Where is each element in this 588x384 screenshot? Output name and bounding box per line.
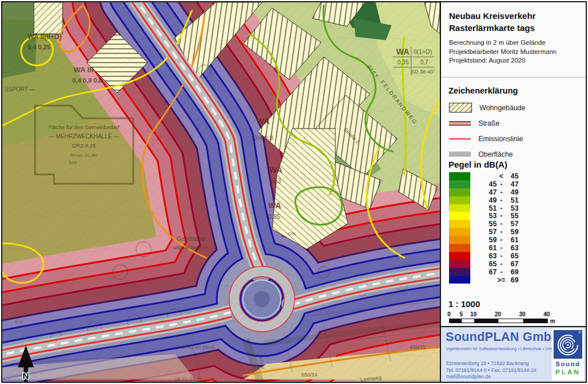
db-scale-row: 45-47 (449, 180, 519, 188)
scale-tick-labels: 0510203040 (449, 311, 547, 317)
soundplan-logo: ® Sound PLAN (552, 328, 584, 381)
db-scale-row: 63-65 (449, 252, 519, 260)
scale-tick: 20 (494, 311, 501, 317)
legend-items: WohngebäudeStraßeEmissionslinieOberfläch… (449, 100, 575, 162)
legend-panel: Neubau Kreisverkehr Rasterlärmkarte tags… (441, 2, 586, 382)
db-scale-row: >=69 (449, 276, 519, 284)
db-scale-row: 49-51 (449, 196, 519, 204)
db-color-swatch (449, 268, 470, 276)
legend-item-label: Wohngebäude (479, 104, 525, 112)
map-title-line2: Rasterlärmkarte tags (449, 22, 580, 34)
scale-tick: 0 (447, 311, 451, 317)
db-scale-row: 55-57 (449, 220, 519, 228)
db-color-swatch (449, 236, 470, 244)
db-scale-row: 67-69 (449, 268, 519, 276)
db-color-swatch (449, 244, 470, 252)
db-color-swatch (449, 180, 470, 188)
legend-item-label: Oberfläche (478, 150, 513, 158)
registered-mark: ® (579, 331, 581, 334)
db-color-swatch (449, 188, 470, 196)
db-scale-row: <45 (449, 172, 519, 180)
logo-text-sound: Sound (552, 360, 584, 367)
scale-unit: m (550, 318, 555, 324)
scale-bar: 0510203040 m (449, 311, 547, 324)
subtitle-editor: Projektbearbeiter Moritz Mustermann (449, 48, 580, 57)
scale-tick: 40 (543, 311, 550, 317)
subtitle-project-date: Projektstand: August 2020 (449, 56, 580, 65)
legend-item-label: Emissionslinie (478, 135, 523, 143)
scale-tick: 30 (519, 311, 525, 317)
legend-item-road: Straße (449, 115, 575, 131)
db-color-swatch (449, 204, 470, 212)
db-color-swatch (449, 196, 470, 204)
db-scale-row: 47-49 (449, 188, 519, 196)
company-footer: SoundPLAN GmbH Ingenieurbüro für Softwar… (441, 326, 586, 382)
legend-item-building: Wohngebäude (449, 100, 575, 115)
subtitle-calculation: Berechnung in 2 m über Gelände (449, 38, 580, 48)
map-scale-ratio: 1 : 1000 (448, 299, 480, 309)
legend-swatch-building-icon (449, 103, 472, 113)
db-scale-row: 61-63 (449, 244, 519, 252)
title-block: Neubau Kreisverkehr Rasterlärmkarte tags… (441, 2, 586, 77)
company-email: mail@soundplan.de (446, 374, 536, 381)
db-scale-row: 65-67 (449, 260, 519, 268)
db-color-swatch (449, 276, 470, 284)
db-color-swatch (449, 220, 470, 228)
company-name: SoundPLAN GmbH (446, 330, 560, 344)
north-label: N (23, 371, 29, 381)
noise-map-canvas: WA II(II+D)0,4 0,25WA III0,4 0,9 0,8SSPO… (2, 2, 440, 382)
legend-swatch-emission-icon (449, 138, 471, 139)
scale-bar-segments (449, 319, 548, 323)
legend-item-label: Straße (478, 119, 500, 127)
company-phone: Tel. 07191/9144-0 • Fax. 07191/9144-24 (446, 367, 536, 374)
db-scale-row: 57-59 (449, 228, 519, 236)
db-color-swatch (449, 252, 470, 260)
scale-tick: 5 (459, 311, 463, 317)
db-color-swatch (449, 212, 470, 220)
map-title-line1: Neubau Kreisverkehr (449, 10, 580, 22)
db-color-scale: <4545-4747-4949-5151-5353-5555-5757-5959… (449, 172, 519, 284)
scan-texture (2, 2, 440, 382)
scale-tick: 10 (470, 311, 477, 317)
logo-text-plan: PLAN (552, 369, 584, 375)
soundplan-spiral-icon: ® (554, 330, 582, 359)
noise-map: WA II(II+D)0,4 0,25WA III0,4 0,9 0,8SSPO… (2, 2, 441, 382)
company-address: Etzwiesenberg 15 • 71522 Backnang (446, 360, 536, 367)
sheet-frame: WA II(II+D)0,4 0,25WA III0,4 0,9 0,8SSPO… (1, 1, 587, 383)
db-scale-heading: Pegel in dB(A) (448, 160, 508, 169)
db-color-swatch (449, 260, 470, 268)
db-color-swatch (449, 172, 470, 180)
legend-swatch-surface-icon (449, 152, 471, 157)
legend-swatch-road-icon (449, 121, 471, 126)
db-scale-row: 53-55 (449, 212, 519, 220)
legend-heading: Zeichenerklärung (448, 86, 518, 95)
legend-item-emission: Emissionslinie (449, 131, 575, 146)
db-scale-row: 59-61 (449, 236, 519, 244)
db-color-swatch (449, 228, 470, 236)
db-scale-row: 51-53 (449, 204, 519, 212)
